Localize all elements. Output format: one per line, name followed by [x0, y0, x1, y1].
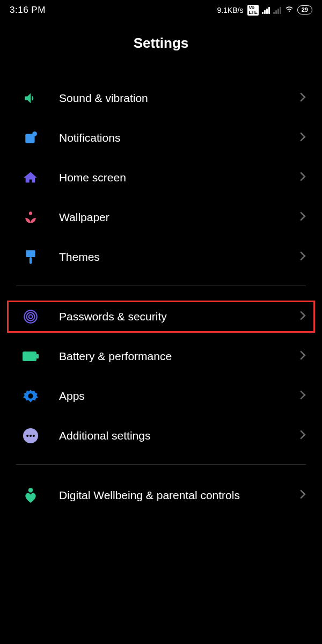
- chevron-right-icon: [299, 132, 306, 144]
- svg-point-1: [32, 131, 37, 136]
- status-indicators: 9.1KB/s VoLTE 29: [217, 4, 312, 16]
- setting-label: Battery & performance: [59, 349, 299, 363]
- setting-row-notifications[interactable]: Notifications: [0, 118, 322, 158]
- flower-icon: [23, 209, 39, 225]
- svg-point-6: [29, 315, 33, 319]
- chevron-right-icon: [299, 489, 306, 501]
- divider: [16, 464, 306, 465]
- svg-rect-3: [30, 257, 32, 264]
- svg-point-11: [26, 435, 28, 437]
- setting-label: Themes: [59, 250, 299, 264]
- chevron-right-icon: [299, 390, 306, 402]
- signal-icon-1: [262, 6, 270, 14]
- gear-icon: [23, 388, 39, 404]
- battery-icon: 29: [297, 5, 312, 14]
- notification-icon: [23, 130, 39, 146]
- home-icon: [23, 170, 39, 186]
- setting-label: Apps: [59, 389, 299, 403]
- svg-point-13: [33, 435, 35, 437]
- setting-row-passwords[interactable]: Passwords & security: [3, 297, 319, 336]
- chevron-right-icon: [299, 92, 306, 104]
- svg-rect-2: [26, 250, 35, 257]
- setting-row-additional[interactable]: Additional settings: [0, 416, 322, 456]
- svg-point-12: [30, 435, 32, 437]
- setting-label: Additional settings: [59, 429, 299, 443]
- chevron-right-icon: [299, 311, 306, 323]
- svg-point-14: [28, 488, 33, 493]
- network-speed: 9.1KB/s: [217, 6, 243, 14]
- chevron-right-icon: [299, 350, 306, 362]
- svg-point-9: [28, 393, 33, 398]
- heart-person-icon: [23, 487, 39, 503]
- chevron-right-icon: [299, 430, 306, 442]
- chevron-right-icon: [299, 172, 306, 184]
- volte-icon: VoLTE: [247, 5, 258, 16]
- setting-row-themes[interactable]: Themes: [0, 237, 322, 277]
- setting-label: Digital Wellbeing & parental controls: [59, 488, 299, 502]
- setting-row-battery[interactable]: Battery & performance: [0, 336, 322, 376]
- setting-label: Notifications: [59, 131, 299, 145]
- setting-row-home[interactable]: Home screen: [0, 158, 322, 197]
- svg-rect-7: [23, 352, 36, 361]
- battery-icon: [23, 348, 39, 364]
- setting-label: Sound & vibration: [59, 91, 299, 105]
- svg-point-5: [26, 312, 34, 320]
- speaker-icon: [23, 90, 39, 106]
- signal-icon-2: [273, 6, 281, 14]
- svg-rect-8: [36, 354, 39, 358]
- status-time: 3:16 PM: [10, 5, 46, 16]
- setting-label: Passwords & security: [59, 310, 299, 324]
- setting-row-sound[interactable]: Sound & vibration: [0, 78, 322, 118]
- wifi-icon: [284, 4, 294, 16]
- chevron-right-icon: [299, 211, 306, 223]
- divider: [16, 286, 306, 286]
- setting-row-apps[interactable]: Apps: [0, 376, 322, 416]
- dots-icon: [23, 428, 39, 444]
- setting-row-wellbeing[interactable]: Digital Wellbeing & parental controls: [0, 475, 322, 515]
- setting-label: Wallpaper: [59, 210, 299, 224]
- page-title: Settings: [0, 18, 322, 78]
- chevron-right-icon: [299, 251, 306, 263]
- fingerprint-icon: [23, 309, 39, 325]
- setting-row-wallpaper[interactable]: Wallpaper: [0, 197, 322, 237]
- setting-label: Home screen: [59, 171, 299, 185]
- brush-icon: [23, 249, 39, 265]
- status-bar: 3:16 PM 9.1KB/s VoLTE 29: [0, 0, 322, 18]
